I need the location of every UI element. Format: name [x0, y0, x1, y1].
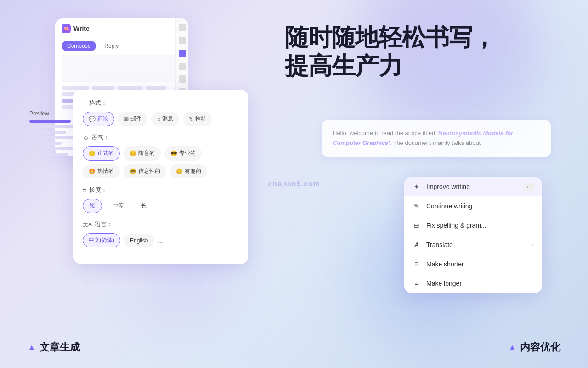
article-arrow-icon: ▲ [28, 343, 36, 352]
sidebar-icon-2 [179, 37, 186, 44]
bottom-label-optimize: ▲ 内容优化 [508, 340, 560, 354]
sidebar-icon-3 [179, 50, 186, 57]
format-options: 💬评论 ✉邮件 ○消息 𝕏推特 [83, 112, 239, 126]
article-text: Hello, welcome to read the article title… [333, 129, 540, 148]
lang-section: 文A 语言： 中文(简体) English ... [83, 220, 239, 247]
lang-label: 文A 语言： [83, 220, 239, 229]
menu-item-improve[interactable]: ✦ Improve writing ↵ [404, 177, 542, 196]
article-text-end: The document mainly talks about [393, 139, 481, 146]
article-text-normal: Hello, welcome to read the article title… [333, 130, 435, 137]
write-card-header: 🧠 Write [55, 18, 188, 37]
write-title: Write [74, 25, 90, 32]
headline-line2: 提高生产力 [285, 52, 560, 80]
tone-chip-casual[interactable]: 😊随意的 [124, 146, 161, 161]
lang-chip-english[interactable]: English [124, 234, 154, 247]
translate-icon: A [413, 241, 421, 249]
make-longer-icon: ≡ [413, 279, 421, 288]
menu-item-continue-label: Continue writing [426, 202, 534, 210]
lang-icon: 文A [83, 221, 92, 229]
format-section: □ 格式： 💬评论 ✉邮件 ○消息 [83, 99, 239, 126]
sidebar-icon-5 [179, 75, 186, 83]
length-chip-medium[interactable]: 中等 [106, 199, 130, 213]
menu-item-shorter-label: Make shorter [426, 260, 534, 268]
format-modal: □ 格式： 💬评论 ✉邮件 ○消息 [74, 90, 248, 264]
menu-item-translate[interactable]: A Translate › [404, 235, 542, 254]
length-chip-long[interactable]: 长 [134, 199, 153, 213]
tone-chip-professional[interactable]: 😎专业的 [164, 146, 202, 161]
length-icon: ≡ [83, 187, 86, 194]
lang-chip-chinese[interactable]: 中文(简体) [83, 233, 120, 247]
format-icon: □ [83, 100, 86, 107]
article-card: Hello, welcome to read the article title… [322, 120, 551, 157]
menu-item-longer-label: Make longer [426, 280, 534, 287]
menu-item-fix[interactable]: ⊟ Fix spelling & gram... [404, 216, 542, 235]
menu-item-improve-label: Improve writing [426, 183, 519, 190]
context-menu: ✦ Improve writing ↵ ✎ Continue writing ⊟… [404, 177, 542, 293]
write-card-textarea[interactable] [62, 55, 182, 82]
format-label: □ 格式： [83, 99, 239, 107]
headline-title: 随时随地轻松书写， 提高生产力 [285, 23, 560, 80]
bottom-label-article: ▲ 文章生成 [28, 340, 80, 354]
bottom-section: ▲ 文章生成 ▲ 内容优化 [0, 336, 588, 368]
menu-item-fix-label: Fix spelling & gram... [426, 222, 534, 229]
make-shorter-icon: ≡ [413, 260, 421, 268]
length-label: ≡ 长度： [83, 186, 239, 194]
length-section: ≡ 长度： 短 中等 长 [83, 186, 239, 213]
tone-options: 🙂正式的 😊随意的 😎专业的 🤩热情的 🤓信息性的 [83, 146, 239, 178]
chevron-right-icon: › [532, 242, 534, 248]
bottom-label-article-text: 文章生成 [40, 340, 80, 354]
tone-section: ☺ 语气： 🙂正式的 😊随意的 😎专业的 [83, 133, 239, 178]
sidebar-icon-4 [179, 63, 186, 70]
headline-line1: 随时随地轻松书写， [285, 23, 560, 52]
optimize-arrow-icon: ▲ [508, 343, 516, 352]
format-chip-comment[interactable]: 💬评论 [83, 112, 114, 126]
tone-chip-formal[interactable]: 🙂正式的 [83, 146, 120, 161]
format-chip-email[interactable]: ✉邮件 [118, 112, 147, 126]
length-chip-short[interactable]: 短 [83, 199, 102, 213]
continue-writing-icon: ✎ [413, 202, 421, 210]
menu-item-shorter[interactable]: ≡ Make shorter [404, 254, 542, 274]
lang-options: 中文(简体) English ... [83, 233, 239, 247]
tone-icon: ☺ [83, 134, 89, 141]
write-logo-icon: 🧠 [62, 24, 71, 33]
format-chip-message[interactable]: ○消息 [151, 112, 179, 126]
fix-spelling-icon: ⊟ [413, 221, 421, 230]
tone-chip-passionate[interactable]: 🤩热情的 [83, 164, 120, 178]
tone-chip-informative[interactable]: 🤓信息性的 [124, 164, 166, 178]
tab-compose[interactable]: Compose [62, 41, 96, 51]
main-container: 🧠 Write Compose Reply [0, 0, 588, 368]
menu-item-longer[interactable]: ≡ Make longer [404, 274, 542, 293]
tab-reply[interactable]: Reply [99, 41, 124, 51]
sidebar-icon-1 [179, 24, 186, 31]
write-logo: 🧠 Write [62, 24, 90, 33]
improve-writing-icon: ✦ [413, 183, 421, 191]
menu-item-translate-label: Translate [426, 241, 526, 248]
format-chip-tweet[interactable]: 𝕏推特 [183, 112, 212, 126]
menu-item-shortcut: ↵ [524, 183, 534, 191]
tone-label: ☺ 语气： [83, 133, 239, 142]
left-panel: 🧠 Write Compose Reply [28, 18, 266, 327]
tone-chip-funny[interactable]: 😄有趣的 [170, 164, 207, 178]
bottom-label-optimize-text: 内容优化 [520, 340, 560, 354]
lang-more[interactable]: ... [158, 237, 163, 244]
menu-item-continue[interactable]: ✎ Continue writing [404, 196, 542, 216]
write-card-tabs: Compose Reply [55, 37, 188, 55]
length-options: 短 中等 长 [83, 199, 239, 213]
